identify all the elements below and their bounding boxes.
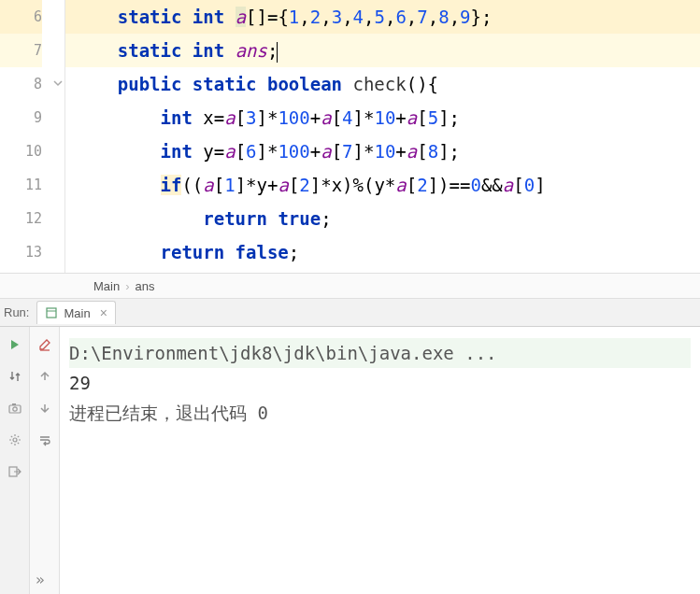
breadcrumb-item[interactable]: ans [136, 279, 155, 293]
svg-rect-4 [12, 403, 16, 405]
camera-button[interactable] [5, 398, 25, 418]
breadcrumb[interactable]: Main › ans [0, 273, 700, 299]
code-line: if((a[1]*y+a[2]*x)%(y*a[2])==0&&a[0] [65, 168, 700, 202]
exit-button[interactable] [5, 461, 25, 482]
console-line: 29 [69, 368, 691, 398]
run-tool-body: D:\Environment\jdk8\jdk\bin\java.exe ...… [0, 327, 700, 594]
code-line: static int a[]={1,2,3,4,5,6,7,8,9}; [65, 0, 700, 34]
run-tab-label: Main [64, 306, 90, 320]
svg-point-5 [13, 438, 17, 442]
code-line: return true; [65, 202, 700, 235]
sort-button[interactable] [5, 366, 25, 387]
line-number[interactable]: 7 [0, 34, 42, 67]
svg-rect-0 [47, 308, 56, 318]
breadcrumb-item[interactable]: Main [93, 279, 120, 293]
line-number[interactable]: 12 [0, 202, 42, 235]
run-tool-header: Run: Main × [0, 299, 700, 327]
window-icon [45, 306, 58, 319]
svg-point-3 [12, 407, 16, 411]
code-area[interactable]: static int a[]={1,2,3,4,5,6,7,8,9}; stat… [65, 0, 700, 273]
edit-button[interactable] [35, 334, 55, 355]
console-command: D:\Environment\jdk8\jdk\bin\java.exe ... [69, 338, 691, 368]
run-label: Run: [4, 305, 29, 319]
expand-icon[interactable]: » [36, 571, 45, 588]
line-gutter: 6 7 8 9 10 11 12 13 [0, 0, 65, 273]
scroll-down-button[interactable] [35, 398, 55, 418]
line-number[interactable]: 10 [0, 134, 42, 168]
line-number[interactable]: 6 [0, 0, 42, 34]
run-tab[interactable]: Main × [36, 301, 115, 324]
scroll-up-button[interactable] [35, 366, 55, 387]
breadcrumb-separator: › [125, 279, 129, 293]
code-line: return false; [65, 235, 700, 269]
code-line: int y=a[6]*100+a[7]*10+a[8]; [65, 134, 700, 168]
editor-pane: 6 7 8 9 10 11 12 13 static int a[]={1,2,… [0, 0, 700, 273]
line-number[interactable]: 9 [0, 101, 42, 134]
code-line: public static boolean check(){ [65, 67, 700, 101]
close-icon[interactable]: × [100, 305, 107, 320]
code-line: static int ans; [65, 34, 700, 67]
fold-toggle-icon[interactable] [51, 75, 63, 86]
line-number[interactable]: 13 [0, 235, 42, 269]
run-toolbar-primary [0, 327, 30, 594]
console-output[interactable]: D:\Environment\jdk8\jdk\bin\java.exe ...… [60, 327, 700, 594]
line-number[interactable]: 8 [0, 67, 42, 101]
settings-button[interactable] [5, 430, 25, 450]
text-cursor [277, 42, 278, 63]
soft-wrap-button[interactable] [35, 430, 55, 450]
rerun-button[interactable] [5, 334, 25, 355]
run-toolbar-secondary [30, 327, 60, 594]
code-line: int x=a[3]*100+a[4]*10+a[5]; [65, 101, 700, 134]
console-exit: 进程已结束，退出代码 0 [69, 398, 691, 428]
line-number[interactable]: 11 [0, 168, 42, 202]
